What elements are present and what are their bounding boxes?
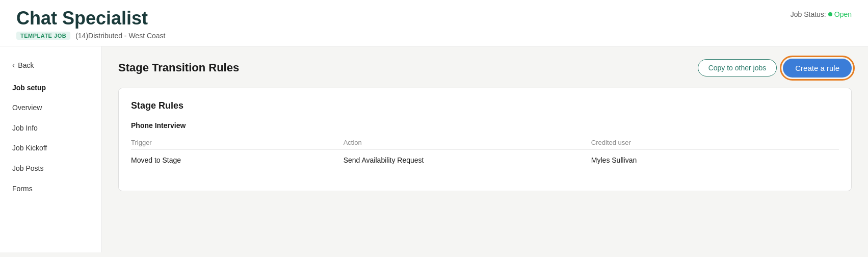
cell-credited-user: Myles Sullivan — [591, 149, 839, 170]
job-title: Chat Specialist — [16, 8, 166, 29]
sidebar-item-job-kickoff[interactable]: Job Kickoff — [0, 138, 101, 159]
page-title: Stage Transition Rules — [118, 61, 239, 74]
content-header: Stage Transition Rules Copy to other job… — [118, 59, 852, 78]
back-label: Back — [18, 61, 34, 69]
col-header-trigger: Trigger — [131, 136, 344, 150]
col-header-action: Action — [344, 136, 591, 150]
rules-card: Stage Rules Phone Interview Trigger Acti… — [118, 88, 852, 191]
sidebar-item-job-setup[interactable]: Job setup — [0, 78, 101, 98]
job-header-left: Chat Specialist TEMPLATE JOB (14)Distrib… — [16, 8, 166, 40]
table-row: Moved to Stage Send Availability Request… — [131, 149, 839, 170]
job-status: Job Status: Open — [791, 10, 852, 18]
sidebar-item-job-info[interactable]: Job Info — [0, 118, 101, 139]
table-header-row: Trigger Action Credited user — [131, 136, 839, 150]
sidebar-item-forms[interactable]: Forms — [0, 179, 101, 199]
copy-to-other-jobs-button[interactable]: Copy to other jobs — [698, 59, 777, 76]
cell-action: Send Availability Request — [344, 149, 591, 170]
header-actions: Copy to other jobs Create a rule — [698, 59, 852, 78]
col-header-credited-user: Credited user — [591, 136, 839, 150]
content-area: Stage Transition Rules Copy to other job… — [102, 46, 868, 252]
template-badge: TEMPLATE JOB — [16, 32, 70, 40]
job-status-label: Job Status: — [791, 10, 826, 18]
top-bar: Chat Specialist TEMPLATE JOB (14)Distrib… — [0, 0, 868, 46]
back-link[interactable]: ‹ Back — [0, 57, 101, 74]
stage-name: Phone Interview — [131, 121, 839, 130]
card-title: Stage Rules — [131, 100, 839, 111]
stage-section: Phone Interview Trigger Action Credited … — [131, 121, 839, 170]
sidebar: ‹ Back Job setup Overview Job Info Job K… — [0, 46, 102, 252]
rules-table: Trigger Action Credited user Moved to St… — [131, 136, 839, 170]
job-meta: TEMPLATE JOB (14)Distributed - West Coas… — [16, 32, 166, 40]
job-subtitle: (14)Distributed - West Coast — [75, 32, 165, 40]
sidebar-item-job-posts[interactable]: Job Posts — [0, 159, 101, 179]
job-status-value: Open — [834, 10, 852, 18]
cell-trigger: Moved to Stage — [131, 149, 344, 170]
sidebar-item-overview[interactable]: Overview — [0, 98, 101, 118]
back-arrow-icon: ‹ — [12, 61, 15, 70]
main-layout: ‹ Back Job setup Overview Job Info Job K… — [0, 46, 868, 252]
create-rule-button[interactable]: Create a rule — [783, 59, 852, 78]
status-dot-icon — [828, 12, 832, 16]
